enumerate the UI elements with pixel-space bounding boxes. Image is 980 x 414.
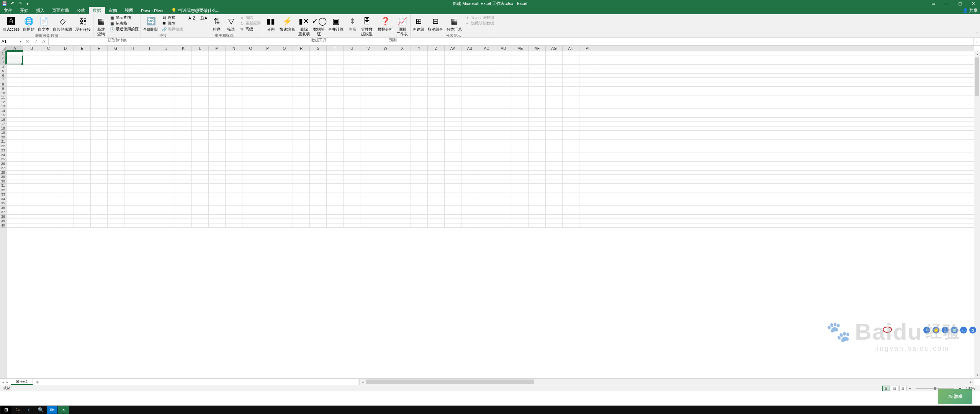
cell[interactable] xyxy=(445,148,461,153)
column-header[interactable]: Q xyxy=(276,46,293,51)
cell[interactable] xyxy=(377,60,394,64)
cell[interactable] xyxy=(40,104,57,108)
cell[interactable] xyxy=(411,140,428,144)
cell[interactable] xyxy=(226,74,242,78)
cell[interactable] xyxy=(259,148,276,153)
cell[interactable] xyxy=(478,87,495,91)
cell[interactable] xyxy=(377,51,394,56)
cell[interactable] xyxy=(209,144,226,148)
cell[interactable] xyxy=(259,171,276,175)
cell[interactable] xyxy=(445,113,461,117)
cell[interactable] xyxy=(158,127,175,131)
cell[interactable] xyxy=(57,95,74,100)
scroll-left-button[interactable]: ◂ xyxy=(360,380,366,384)
cell[interactable] xyxy=(141,113,158,117)
cell[interactable] xyxy=(192,127,209,131)
cell[interactable] xyxy=(209,197,226,201)
cell[interactable] xyxy=(327,201,344,205)
cell[interactable] xyxy=(108,215,124,219)
column-header[interactable]: AH xyxy=(563,46,579,51)
cell[interactable] xyxy=(327,171,344,175)
cell[interactable] xyxy=(428,135,445,140)
cell[interactable] xyxy=(360,153,377,157)
cell[interactable] xyxy=(141,82,158,87)
cell[interactable] xyxy=(579,223,596,228)
cell[interactable] xyxy=(344,100,360,104)
cell[interactable] xyxy=(529,184,546,188)
cell[interactable] xyxy=(293,82,310,87)
cell[interactable] xyxy=(529,60,546,64)
cell[interactable] xyxy=(293,148,310,153)
cell[interactable] xyxy=(512,78,529,82)
cell[interactable] xyxy=(310,188,327,192)
cell[interactable] xyxy=(377,188,394,192)
cell[interactable] xyxy=(108,223,124,228)
cell[interactable] xyxy=(259,162,276,166)
cell[interactable] xyxy=(293,219,310,223)
ribbon-button[interactable]: ✓◯数据验 证 xyxy=(312,15,326,37)
cell[interactable] xyxy=(495,153,512,157)
cell[interactable] xyxy=(141,118,158,122)
select-all-cells[interactable] xyxy=(0,46,7,51)
cell[interactable] xyxy=(546,192,563,197)
cell[interactable] xyxy=(7,100,23,104)
cell[interactable] xyxy=(461,144,478,148)
cell[interactable] xyxy=(7,175,23,179)
cell[interactable] xyxy=(360,74,377,78)
cell[interactable] xyxy=(259,65,276,69)
cell[interactable] xyxy=(158,109,175,113)
cell[interactable] xyxy=(377,166,394,170)
ribbon-options-button[interactable]: ▭ xyxy=(926,0,940,7)
cell[interactable] xyxy=(7,166,23,170)
cell[interactable] xyxy=(57,166,74,170)
cell[interactable] xyxy=(310,166,327,170)
ribbon-button[interactable]: 📈预测 工作表 xyxy=(395,15,409,37)
cell[interactable] xyxy=(411,69,428,73)
cell[interactable] xyxy=(360,122,377,126)
cell[interactable] xyxy=(23,197,40,201)
cell[interactable] xyxy=(377,95,394,100)
cell[interactable] xyxy=(310,184,327,188)
cell[interactable] xyxy=(293,188,310,192)
cell[interactable] xyxy=(91,171,108,175)
cell[interactable] xyxy=(108,140,124,144)
cell[interactable] xyxy=(344,201,360,205)
cell[interactable] xyxy=(242,87,259,91)
cell[interactable] xyxy=(478,201,495,205)
cell[interactable] xyxy=(563,51,579,56)
cell[interactable] xyxy=(529,109,546,113)
cell[interactable] xyxy=(226,162,242,166)
cell[interactable] xyxy=(563,184,579,188)
cell[interactable] xyxy=(158,206,175,210)
cell[interactable] xyxy=(124,127,141,131)
cell[interactable] xyxy=(209,74,226,78)
cell[interactable] xyxy=(108,122,124,126)
cell[interactable] xyxy=(192,74,209,78)
cell[interactable] xyxy=(579,144,596,148)
cell[interactable] xyxy=(74,223,91,228)
cell[interactable] xyxy=(141,210,158,214)
cell[interactable] xyxy=(428,201,445,205)
cell[interactable] xyxy=(259,87,276,91)
cell[interactable] xyxy=(461,171,478,175)
cell[interactable] xyxy=(428,131,445,135)
cell[interactable] xyxy=(360,184,377,188)
cell[interactable] xyxy=(310,113,327,117)
row-header[interactable]: 21 xyxy=(0,140,6,144)
ribbon-button[interactable]: ⊟取消组合 xyxy=(427,15,444,33)
ribbon-button[interactable]: 🔄全部刷新 xyxy=(142,15,160,33)
edge-icon[interactable]: e xyxy=(24,406,34,414)
cell[interactable] xyxy=(377,179,394,184)
cell[interactable] xyxy=(377,215,394,219)
cell[interactable] xyxy=(310,148,327,153)
formula-input[interactable] xyxy=(49,38,973,45)
cell[interactable] xyxy=(478,135,495,140)
cell[interactable] xyxy=(124,100,141,104)
cell[interactable] xyxy=(529,201,546,205)
cell[interactable] xyxy=(23,179,40,184)
cell[interactable] xyxy=(461,127,478,131)
row-header[interactable]: 39 xyxy=(0,219,6,223)
cell[interactable] xyxy=(310,78,327,82)
cell[interactable] xyxy=(563,113,579,117)
cell[interactable] xyxy=(394,135,411,140)
